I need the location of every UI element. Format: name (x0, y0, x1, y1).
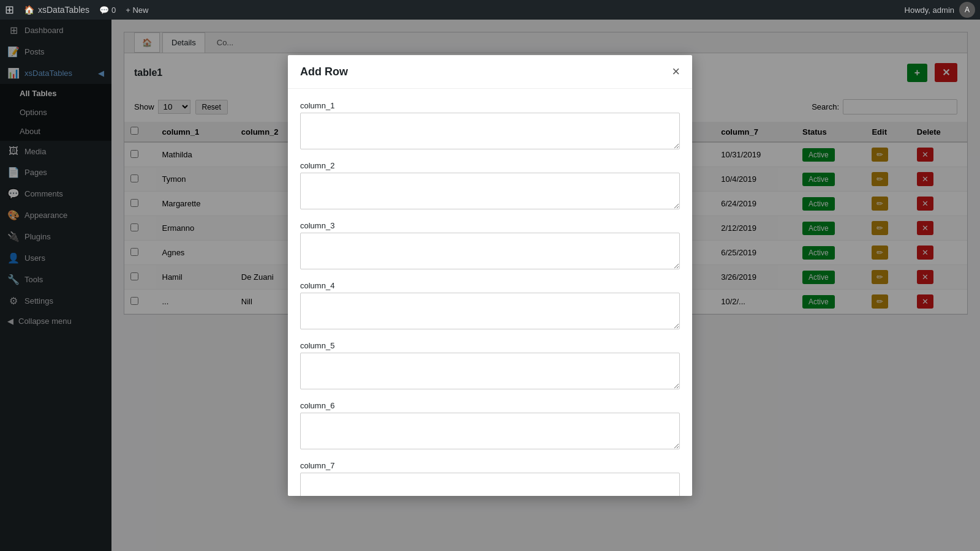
input-column_5[interactable] (300, 353, 680, 389)
label-column_4: column_4 (300, 281, 680, 290)
label-column_2: column_2 (300, 161, 680, 170)
add-row-modal: Add Row × column_1column_2column_3column… (288, 55, 692, 496)
input-column_1[interactable] (300, 113, 680, 149)
form-group-column_4: column_4 (300, 281, 680, 331)
form-group-column_1: column_1 (300, 101, 680, 151)
modal-title: Add Row (300, 66, 348, 78)
input-column_7[interactable] (300, 473, 680, 496)
home-icon: 🏠 (24, 5, 34, 15)
howdy-text: Howdy, admin (905, 6, 954, 15)
wp-logo-icon: ⊞ (5, 3, 14, 17)
comments-count: 0 (111, 6, 116, 15)
new-label: + New (126, 6, 148, 15)
modal-close-button[interactable]: × (672, 65, 680, 78)
input-column_4[interactable] (300, 293, 680, 329)
form-group-column_7: column_7 (300, 461, 680, 496)
label-column_1: column_1 (300, 101, 680, 110)
comments-link[interactable]: 💬 0 (99, 6, 116, 15)
form-group-column_3: column_3 (300, 221, 680, 271)
form-group-column_5: column_5 (300, 341, 680, 391)
label-column_5: column_5 (300, 341, 680, 350)
avatar[interactable]: A (959, 2, 975, 18)
form-group-column_6: column_6 (300, 401, 680, 451)
input-column_2[interactable] (300, 173, 680, 209)
site-name: xsDataTables (38, 5, 89, 15)
site-link[interactable]: 🏠 xsDataTables (24, 5, 89, 15)
label-column_3: column_3 (300, 221, 680, 230)
input-column_3[interactable] (300, 233, 680, 269)
topbar: ⊞ 🏠 xsDataTables 💬 0 + New Howdy, admin … (0, 0, 980, 20)
input-column_6[interactable] (300, 413, 680, 449)
label-column_6: column_6 (300, 401, 680, 410)
label-column_7: column_7 (300, 461, 680, 470)
comment-icon: 💬 (99, 6, 109, 15)
modal-body: column_1column_2column_3column_4column_5… (288, 89, 692, 496)
modal-header: Add Row × (288, 55, 692, 89)
new-button[interactable]: + New (126, 6, 148, 15)
topbar-right: Howdy, admin A (905, 2, 975, 18)
form-group-column_2: column_2 (300, 161, 680, 211)
